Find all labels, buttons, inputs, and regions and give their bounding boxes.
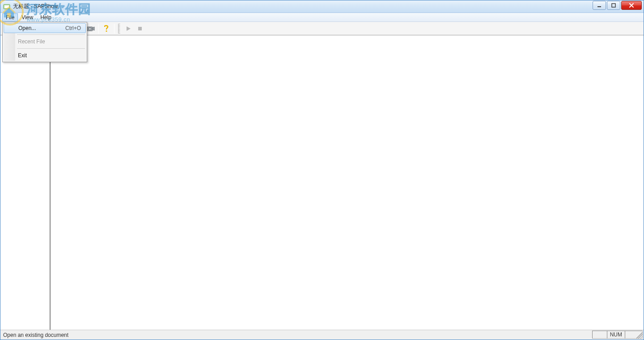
statusbar: Open an existing document NUM <box>0 330 644 340</box>
svg-rect-2 <box>597 6 601 7</box>
play-button[interactable] <box>123 23 134 34</box>
status-cell-cap <box>592 331 607 339</box>
status-cells: NUM <box>593 331 643 339</box>
svg-rect-7 <box>138 27 142 30</box>
status-message: Open an existing document <box>3 332 68 338</box>
camera-icon <box>87 25 95 32</box>
window-controls <box>593 0 644 10</box>
close-button[interactable] <box>621 1 642 10</box>
menu-item-label: Exit <box>18 52 27 59</box>
menu-item-open[interactable]: Open... Ctrl+O <box>4 23 86 33</box>
toolbar-separator <box>114 24 114 34</box>
left-pane <box>0 36 51 330</box>
app-window: 无标题 - SAPShow File View Help <box>0 0 644 340</box>
titlebar[interactable]: 无标题 - SAPShow <box>0 0 644 13</box>
svg-point-5 <box>89 27 91 30</box>
toolbar-grip[interactable] <box>118 24 121 34</box>
stop-icon <box>137 26 143 32</box>
resize-grip[interactable] <box>636 332 643 339</box>
file-dropdown: Open... Ctrl+O Recent File Exit <box>2 22 87 62</box>
svg-rect-1 <box>4 5 9 8</box>
status-cell-num: NUM <box>607 331 625 339</box>
dropdown-separator <box>17 48 85 49</box>
app-icon <box>3 3 10 10</box>
menu-help[interactable]: Help <box>37 13 55 21</box>
maximize-button[interactable] <box>607 1 620 10</box>
menubar: File View Help <box>0 13 644 22</box>
menu-file[interactable]: File <box>2 13 18 21</box>
menu-item-label: Open... <box>18 25 36 31</box>
help-button[interactable] <box>101 23 112 34</box>
svg-rect-3 <box>612 4 615 7</box>
menu-view[interactable]: View <box>18 13 37 21</box>
dropdown-separator <box>17 34 85 35</box>
window-title: 无标题 - SAPShow <box>13 3 58 10</box>
stop-button[interactable] <box>135 23 145 34</box>
content-pane <box>51 36 644 330</box>
play-icon <box>125 26 131 32</box>
toolbar-separator <box>98 24 99 34</box>
menu-item-recent: Recent File <box>4 36 86 47</box>
toolbar <box>0 22 644 35</box>
menu-item-shortcut: Ctrl+O <box>65 25 81 31</box>
menu-item-label: Recent File <box>18 38 45 45</box>
client-area <box>0 35 644 330</box>
help-icon <box>103 25 110 33</box>
menu-item-exit[interactable]: Exit <box>4 50 86 61</box>
minimize-button[interactable] <box>593 1 606 10</box>
svg-point-6 <box>106 30 107 31</box>
